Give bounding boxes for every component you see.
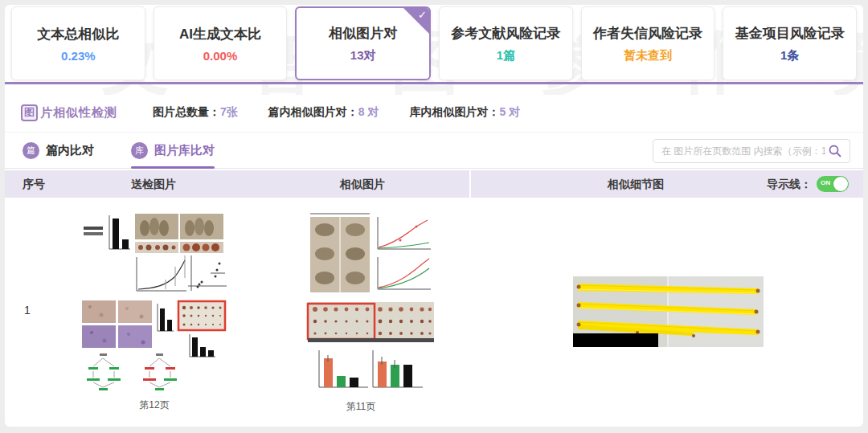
header-divider: [469, 170, 471, 198]
stat-in-document-pairs: 篇内相似图片对：8 对: [268, 105, 379, 120]
toggle-knob: [833, 177, 848, 191]
tab-label: 作者失信风险记录: [593, 24, 702, 43]
image-similarity-stats: 图 片相似性检测 图片总数量：7张 篇内相似图片对：8 对 库内相似图片对：5 …: [5, 95, 863, 130]
section-title-text: 片相似性检测: [40, 105, 117, 121]
similar-page-caption: 第11页: [288, 400, 434, 414]
metric-tabs: 文本总相似比 0.23% AI生成文本比 0.00% 相似图片对 13对 ✓ 参…: [11, 6, 857, 80]
tab-label: AI生成文本比: [179, 25, 261, 43]
tab-label: 相似图片对: [329, 24, 397, 43]
stat-library-pairs: 库内相似图片对：5 对: [409, 105, 520, 120]
comparison-mode-bar: 篇 篇内比对 库 图片库比对: [5, 132, 863, 169]
results-table-header: 序号 送检图片 相似图片 相似细节图 导示线： ON: [5, 170, 863, 198]
tab-value: 1篇: [497, 48, 515, 63]
tab-fund-project-risk[interactable]: 基金项目风险记录 1条: [723, 6, 857, 80]
source-image-cell: 第12页: [69, 206, 240, 412]
tab-reference-risk[interactable]: 参考文献风险记录 1篇: [439, 6, 573, 80]
stat-label: 图片总数量：: [153, 105, 220, 118]
guide-line-label: 导示线：: [767, 170, 812, 198]
search-input[interactable]: [661, 145, 825, 157]
tab-label: 基金项目风险记录: [735, 24, 845, 43]
active-tab-underline: [5, 82, 863, 84]
toggle-on-text: ON: [821, 179, 830, 186]
tab-label: 参考文献风险记录: [451, 24, 560, 43]
tab-ai-generated-text[interactable]: AI生成文本比 0.00%: [154, 6, 288, 80]
stat-value: 8 对: [358, 105, 379, 118]
subtab-label: 篇内比对: [46, 143, 94, 158]
stat-value: 7张: [220, 105, 238, 118]
tab-value: 0.00%: [203, 49, 238, 63]
subtab-label: 图片库比对: [154, 143, 215, 158]
similar-figure-thumbnail[interactable]: [288, 207, 434, 394]
page-background: 文 智 图 参 作 项 文本总相似比 0.23% AI生成文本比 0.00% 相…: [0, 0, 868, 433]
row-index: 1: [24, 304, 31, 317]
col-header-similar: 相似图片: [310, 170, 415, 198]
tab-value: 13对: [350, 48, 376, 63]
image-section-icon: 图: [21, 104, 38, 121]
check-icon: ✓: [418, 9, 427, 21]
col-header-detail: 相似细节图: [567, 170, 704, 198]
section-title: 图 片相似性检测: [21, 104, 117, 121]
stat-value: 5 对: [499, 105, 520, 118]
tab-similar-image-pairs[interactable]: 相似图片对 13对 ✓: [295, 6, 431, 80]
tab-value: 暂未查到: [624, 48, 672, 63]
page-range-search: [653, 139, 850, 163]
subtab-library-compare[interactable]: 库 图片库比对: [131, 133, 215, 168]
similar-image-cell: 第11页: [288, 207, 434, 414]
search-icon[interactable]: [825, 141, 845, 161]
tab-value: 1条: [780, 48, 799, 63]
guide-line-toggle[interactable]: ON: [817, 176, 849, 192]
in-document-icon: 篇: [23, 142, 39, 159]
source-figure-thumbnail[interactable]: [69, 206, 240, 392]
subtab-in-document-compare[interactable]: 篇 篇内比对: [23, 133, 94, 168]
report-card: 文 智 图 参 作 项 文本总相似比 0.23% AI生成文本比 0.00% 相…: [5, 5, 863, 427]
tab-author-dishonesty-risk[interactable]: 作者失信风险记录 暂未查到: [581, 6, 715, 80]
source-page-caption: 第12页: [69, 398, 240, 412]
match-lines-image[interactable]: [573, 276, 764, 347]
stat-total-images: 图片总数量：7张: [153, 105, 238, 120]
similarity-detail-cell: [573, 276, 764, 350]
col-header-index: 序号: [23, 170, 45, 198]
tab-label: 文本总相似比: [37, 25, 119, 43]
tab-text-similarity[interactable]: 文本总相似比 0.23%: [11, 6, 145, 80]
stat-label: 库内相似图片对：: [409, 105, 499, 118]
tab-value: 0.23%: [61, 49, 96, 63]
library-icon: 库: [131, 142, 148, 159]
stat-label: 篇内相似图片对：: [268, 105, 358, 118]
col-header-source: 送检图片: [101, 170, 206, 198]
